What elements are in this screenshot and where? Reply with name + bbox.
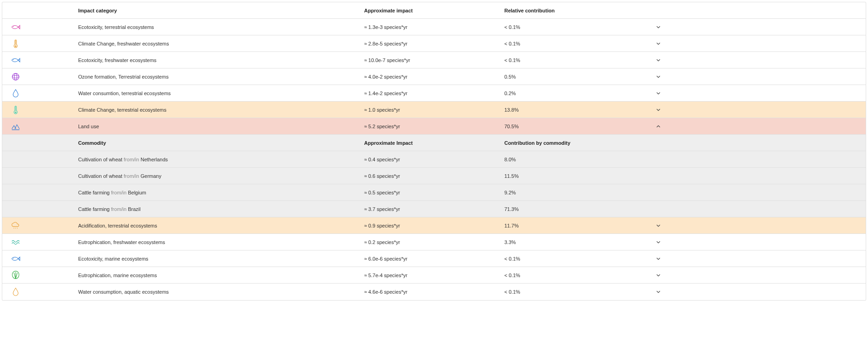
impact-cell: ≈ 2.8e-5 species*yr [364,41,504,46]
chevron-down-icon[interactable] [645,57,672,63]
header-category: Impact category [78,8,364,13]
chevron-down-icon[interactable] [645,24,672,30]
commodity-joiner: from/in [122,173,141,179]
category-cell: Water consumption, aquatic ecosystems [78,289,364,295]
contribution-cell: < 0.1% [504,24,645,30]
commodity-impact-cell: ≈ 0.4 species*yr [364,157,504,162]
impact-cell: ≈ 0.9 species*yr [364,223,504,228]
land-icon [2,121,78,131]
table-row[interactable]: Acidification, terrestrial ecosystems≈ 0… [2,217,866,234]
chevron-down-icon[interactable] [645,74,672,80]
impact-cell: ≈ 4.0e-2 species*yr [364,74,504,80]
commodity-contribution-cell: 11.5% [504,173,645,179]
impact-cell: ≈ 0.2 species*yr [364,239,504,245]
thermo-icon [2,39,78,49]
nested-header-impact: Approximate Impact [364,140,504,146]
commodity-name: Cattle farming [78,206,109,212]
table-row[interactable]: Climate Change, freshwater ecosystems≈ 2… [2,35,866,52]
table-row[interactable]: Ecotoxicity, marine ecosystems≈ 6.0e-6 s… [2,250,866,267]
chevron-up-icon[interactable] [645,123,672,130]
category-cell: Land use [78,124,364,129]
table-row[interactable]: Eutrophication, freshwater ecosystems≈ 0… [2,234,866,250]
category-cell: Ecotoxicity, terrestrial ecosystems [78,24,364,30]
commodity-impact-cell: ≈ 0.6 species*yr [364,173,504,179]
commodity-name: Cultivation of wheat [78,157,122,162]
contribution-cell: < 0.1% [504,273,645,278]
nested-row: Cattle farming from/in Brazil≈ 3.7 speci… [2,201,866,217]
chevron-down-icon[interactable] [645,107,672,113]
fish-icon [2,55,78,65]
commodity-joiner: from/in [122,157,141,162]
commodity-impact-cell: ≈ 0.5 species*yr [364,190,504,195]
drop-icon [2,88,78,98]
commodity-location: Netherlands [141,157,168,162]
contribution-cell: 13.8% [504,107,645,113]
commodity-cell: Cattle farming from/in Brazil [78,206,364,212]
chevron-down-icon[interactable] [645,289,672,295]
cloud-icon [2,221,78,231]
commodity-contribution-cell: 71.3% [504,206,645,212]
category-cell: Climate Change, freshwater ecosystems [78,41,364,46]
commodity-name: Cattle farming [78,190,109,195]
impact-cell: ≈ 10.0e-7 species*yr [364,57,504,63]
category-cell: Eutrophication, freshwater ecosystems [78,239,364,245]
contribution-cell: 3.3% [504,239,645,245]
table-row[interactable]: Water consumption, aquatic ecosystems≈ 4… [2,284,866,300]
chevron-down-icon[interactable] [645,272,672,279]
impact-cell: ≈ 4.6e-6 species*yr [364,289,504,295]
category-cell: Ecotoxicity, freshwater ecosystems [78,57,364,63]
chevron-down-icon[interactable] [645,256,672,262]
nested-row: Cattle farming from/in Belgium≈ 0.5 spec… [2,184,866,201]
chevron-down-icon[interactable] [645,90,672,97]
chevron-down-icon[interactable] [645,222,672,229]
globe-icon [2,72,78,82]
thermo-icon [2,105,78,115]
chevron-down-icon[interactable] [645,40,672,47]
drop-icon [2,287,78,297]
impact-cell: ≈ 1.4e-2 species*yr [364,91,504,96]
table-row[interactable]: Water consumtion, terrestrial ecosystems… [2,85,866,102]
impact-cell: ≈ 5.2 species*yr [364,124,504,129]
header-impact: Approximate impact [364,8,504,13]
table-row[interactable]: Eutrophication, marine ecosystems≈ 5.7e-… [2,267,866,284]
commodity-name: Cultivation of wheat [78,173,122,179]
header-contribution: Relative contribution [504,8,645,13]
commodity-contribution-cell: 9.2% [504,190,645,195]
commodity-location: Germany [141,173,161,179]
wave-icon [2,237,78,247]
table-row[interactable]: Climate Change, terrestrial ecosystems≈ … [2,102,866,118]
contribution-cell: 11.7% [504,223,645,228]
contribution-cell: < 0.1% [504,41,645,46]
commodity-cell: Cultivation of wheat from/in Germany [78,173,364,179]
commodity-location: Belgium [128,190,146,195]
impact-cell: ≈ 6.0e-6 species*yr [364,256,504,262]
nested-table: CommodityApproximate ImpactContribution … [2,135,866,217]
contribution-cell: < 0.1% [504,256,645,262]
category-cell: Acidification, terrestrial ecosystems [78,223,364,228]
chevron-down-icon[interactable] [645,239,672,245]
nested-row: Cultivation of wheat from/in Netherlands… [2,151,866,168]
commodity-cell: Cattle farming from/in Belgium [78,190,364,195]
commodity-joiner: from/in [109,190,128,195]
nested-header: CommodityApproximate ImpactContribution … [2,135,866,151]
contribution-cell: 0.2% [504,91,645,96]
fish-icon [2,254,78,264]
table-row[interactable]: Ecotoxicity, freshwater ecosystems≈ 10.0… [2,52,866,68]
contribution-cell: < 0.1% [504,289,645,295]
table-row[interactable]: Ecotoxicity, terrestrial ecosystems≈ 1.3… [2,19,866,35]
impact-cell: ≈ 5.7e-4 species*yr [364,273,504,278]
impact-cell: ≈ 1.3e-3 species*yr [364,24,504,30]
category-cell: Water consumtion, terrestrial ecosystems [78,91,364,96]
contribution-cell: 0.5% [504,74,645,80]
category-cell: Eutrophication, marine ecosystems [78,273,364,278]
table-row[interactable]: Ozone formation, Terrestrial ecosystems≈… [2,68,866,85]
category-cell: Climate Change, terrestrial ecosystems [78,107,364,113]
impact-table: Impact category Approximate impact Relat… [2,2,866,301]
commodity-contribution-cell: 8.0% [504,157,645,162]
category-cell: Ozone formation, Terrestrial ecosystems [78,74,364,80]
contribution-cell: < 0.1% [504,57,645,63]
commodity-impact-cell: ≈ 3.7 species*yr [364,206,504,212]
nested-row: Cultivation of wheat from/in Germany≈ 0.… [2,168,866,184]
table-row[interactable]: Land use≈ 5.2 species*yr70.5% [2,118,866,135]
commodity-cell: Cultivation of wheat from/in Netherlands [78,157,364,162]
